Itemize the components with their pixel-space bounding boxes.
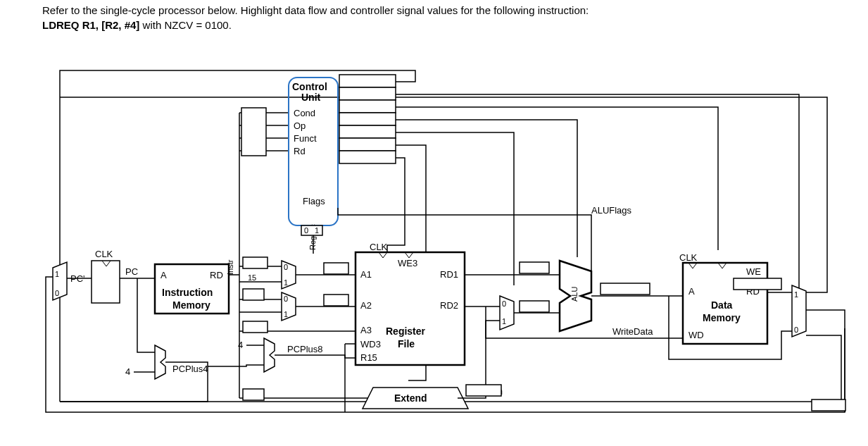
ra1m1: 1 [284,278,288,287]
pcplus8: PCPlus8 [287,344,323,354]
mrm1: 1 [794,290,798,299]
cu-flags: Flags [303,196,325,206]
writedata: WriteData [612,326,653,337]
mux1: 0 [55,289,59,297]
ra2m0: 0 [284,295,288,303]
instr-label: Instr [226,259,234,275]
ra1m0: 0 [284,263,288,271]
q-instruction: LDREQ R1, [R2, #4] [42,19,139,31]
cu-title2: Unit [301,92,321,103]
rf-rd1: RD1 [440,269,458,280]
svg-rect-20 [520,301,549,312]
ra2m1: 1 [284,310,288,318]
cu-funct: Funct [294,133,317,144]
pcplus4: PCPlus4 [172,364,208,374]
svg-rect-21 [466,385,501,396]
regsrc1: 1 [315,226,319,235]
sbm0: 0 [502,299,506,308]
svg-rect-15 [324,295,348,306]
svg-rect-24 [734,278,781,290]
clk-pc: CLK [95,249,113,259]
svg-rect-17 [243,389,264,400]
cu-op: Op [294,120,306,131]
svg-rect-12 [243,257,268,268]
rf-l2: File [398,338,415,349]
regsrc0: 0 [304,226,308,235]
cu-rd: Rd [294,146,306,156]
processor-diagram: 1 0 PC' CLK PC A RD Instruction Memory I… [35,56,852,430]
imem-rd: RD [210,270,223,280]
const4a: 4 [125,366,130,377]
cu-title: Control [292,81,327,92]
svg-rect-8 [339,125,396,138]
rf-a3: A3 [360,325,372,335]
q-prompt: Refer to the single-cycle processor belo… [42,4,589,16]
imem-l1: Instruction [162,287,213,298]
rf-r15: R15 [360,352,377,363]
svg-rect-10 [339,151,396,163]
rf-we3: WE3 [398,258,417,268]
dm-l2: Memory [703,312,741,323]
svg-rect-0 [92,261,120,303]
pc-label: PC [125,266,138,277]
extend: Extend [394,392,427,404]
svg-rect-14 [243,289,264,300]
dm-clk: CLK [679,252,698,263]
svg-rect-4 [339,75,396,87]
rf-clk: CLK [370,242,388,252]
imem-l2: Memory [172,299,210,311]
dm-a: A [688,286,695,297]
svg-rect-25 [812,399,845,411]
svg-rect-19 [520,262,549,273]
svg-rect-22 [600,283,650,295]
mux0: 1 [55,270,59,278]
dm-we: WE [746,266,761,277]
dm-l1: Data [711,299,733,311]
cu-cond: Cond [294,108,315,118]
svg-rect-5 [339,87,396,100]
rf-a1: A1 [360,269,372,280]
svg-rect-13 [324,263,348,274]
svg-rect-9 [339,138,396,151]
rf-a2: A2 [360,300,372,311]
dm-wd: WD [688,330,704,340]
aluflags: ALUFlags [591,205,632,216]
svg-rect-6 [339,100,396,113]
rf-rd2: RD2 [440,300,458,311]
alu-label: ALU [570,287,579,302]
imem-a: A [161,270,167,280]
question-text: Refer to the single-cycle processor belo… [42,3,852,32]
sbm1: 1 [502,317,506,326]
rf-wd3: WD3 [360,339,381,349]
const4b: 4 [238,340,243,350]
q-with: with NZCV = 0100. [139,19,231,31]
rf-l1: Register [386,326,426,337]
svg-rect-2 [241,108,266,156]
mrm0: 0 [794,326,798,334]
svg-rect-16 [243,321,268,333]
bits15: 15 [248,273,256,282]
svg-rect-7 [339,113,396,125]
